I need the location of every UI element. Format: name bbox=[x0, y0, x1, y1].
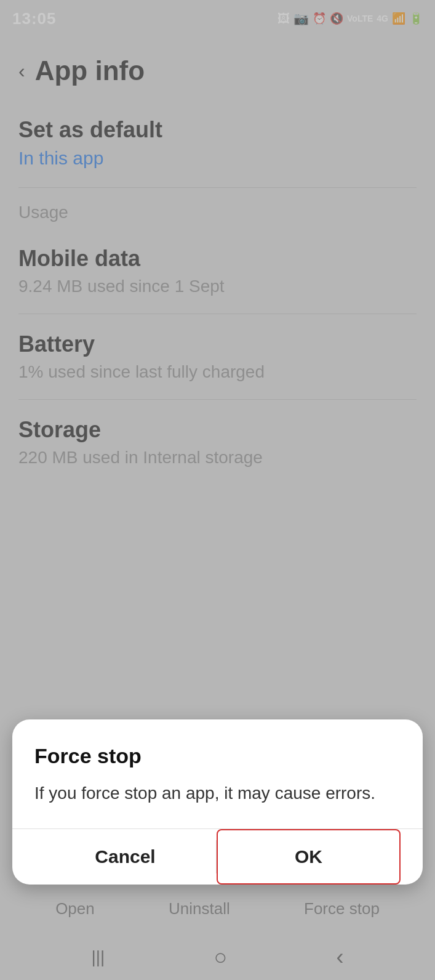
ok-button[interactable]: OK bbox=[217, 829, 401, 885]
force-stop-dialog: Force stop If you force stop an app, it … bbox=[12, 719, 423, 885]
dialog-buttons: Cancel OK bbox=[34, 829, 401, 885]
dialog-body: If you force stop an app, it may cause e… bbox=[34, 780, 401, 806]
cancel-button[interactable]: Cancel bbox=[34, 829, 216, 885]
dialog-title: Force stop bbox=[34, 744, 401, 768]
